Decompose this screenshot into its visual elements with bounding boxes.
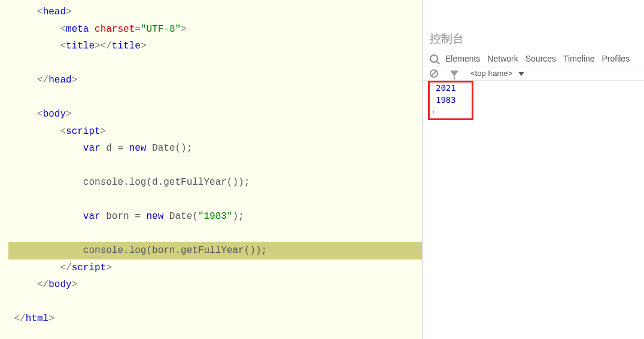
frame-selector[interactable]: <top frame> xyxy=(470,69,524,78)
clear-icon[interactable] xyxy=(430,69,438,78)
console-prompt[interactable]: › xyxy=(430,106,637,118)
tab-sources[interactable]: Sources xyxy=(525,54,556,63)
chevron-down-icon xyxy=(518,72,524,76)
code-editor-pane[interactable]: <head> <meta charset="UTF-8"> <title></t… xyxy=(0,0,422,339)
code-line[interactable] xyxy=(8,55,422,72)
devtools-pane: 控制台 Elements Network Sources Timeline Pr… xyxy=(422,0,644,339)
console-log-line: 1983 xyxy=(430,94,637,106)
code-line[interactable]: </script> xyxy=(8,259,422,277)
code-line[interactable]: </head> xyxy=(8,72,422,89)
code-line[interactable]: <title></title> xyxy=(8,38,422,55)
code-line[interactable] xyxy=(8,191,422,209)
devtools-tabs: Elements Network Sources Timeline Profil… xyxy=(423,51,644,66)
spacer xyxy=(423,0,644,26)
code-line[interactable]: var d = new Date(); xyxy=(8,140,422,157)
code-line[interactable]: console.log(d.getFullYear()); xyxy=(8,174,422,191)
tab-timeline[interactable]: Timeline xyxy=(563,54,594,63)
frame-label: <top frame> xyxy=(470,69,512,78)
devtools-toolbar: <top frame> xyxy=(423,66,644,81)
code-line[interactable]: console.log(born.getFullYear()); xyxy=(8,242,422,259)
search-icon[interactable] xyxy=(430,54,438,63)
code-lines-container: <head> <meta charset="UTF-8"> <title></t… xyxy=(0,4,422,328)
code-line[interactable]: <head> xyxy=(8,4,422,21)
code-line[interactable]: <script> xyxy=(8,123,422,141)
code-line[interactable] xyxy=(8,89,422,106)
tab-profiles[interactable]: Profiles xyxy=(602,54,630,63)
code-line[interactable]: <body> xyxy=(8,106,422,123)
code-line[interactable] xyxy=(8,225,422,243)
code-line[interactable] xyxy=(8,294,422,311)
code-line[interactable]: <meta charset="UTF-8"> xyxy=(8,21,422,38)
code-line[interactable]: var born = new Date("1983"); xyxy=(8,208,422,225)
tab-elements[interactable]: Elements xyxy=(445,54,480,63)
code-line[interactable] xyxy=(8,157,422,175)
filter-icon[interactable] xyxy=(450,71,458,77)
console-output: 2021 1983 › xyxy=(423,81,644,119)
console-log-line: 2021 xyxy=(430,82,637,94)
devtools-title: 控制台 xyxy=(423,26,644,51)
code-line[interactable]: </body> xyxy=(8,276,422,294)
code-line[interactable]: </html> xyxy=(8,310,422,328)
tab-network[interactable]: Network xyxy=(487,54,518,63)
